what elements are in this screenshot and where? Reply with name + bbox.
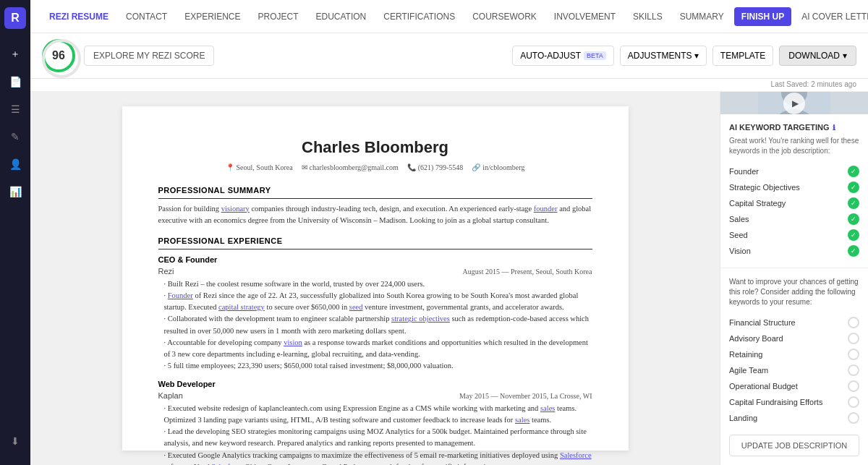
suggest-row-landing: Landing xyxy=(729,410,859,426)
sidebar-icon-add[interactable]: ＋ xyxy=(4,43,26,65)
sidebar-icon-list[interactable]: ☰ xyxy=(4,98,26,120)
ai-subtitle: Great work! You're ranking well for thes… xyxy=(729,136,859,156)
adjustments-button[interactable]: ADJUSTMENTS ▾ xyxy=(620,46,707,66)
vision-link[interactable]: vision xyxy=(284,338,302,346)
job1-bullet1: · Built Rezi – the coolest resume softwa… xyxy=(164,278,592,290)
nav-experience[interactable]: EXPERIENCE xyxy=(177,7,247,26)
job2-bullet2: · Lead the developing SEO strategies mon… xyxy=(164,426,592,450)
keyword-row-capital: Capital Strategy ✓ xyxy=(729,195,859,211)
suggest-circle-landing xyxy=(848,412,859,424)
experience-section-title: PROFESSIONAL EXPERIENCE xyxy=(158,235,592,249)
job1-bullet3: · Collaborated with the development team… xyxy=(164,313,592,337)
job-dates-1: August 2015 — Present, Seoul, South Kore… xyxy=(463,266,592,277)
keyword-check-sales: ✓ xyxy=(848,213,859,225)
saved-row: Last Saved: 2 minutes ago xyxy=(30,79,868,92)
summary-section-title: PROFESSIONAL SUMMARY xyxy=(158,184,592,199)
sales-link1[interactable]: sales xyxy=(540,404,555,412)
suggest-label-advisory: Advisory Board xyxy=(729,334,783,343)
chevron-down-icon: ▾ xyxy=(694,51,699,61)
nav-summary[interactable]: SUMMARY xyxy=(673,7,731,26)
suggest-row-retaining: Retaining xyxy=(729,346,859,362)
seed-link[interactable]: seed xyxy=(349,303,363,311)
job-company-2: Kaplan xyxy=(158,390,183,402)
job2-bullet3: · Executed Google Analytics tracking cam… xyxy=(164,450,592,465)
score-value: 96 xyxy=(52,49,65,62)
suggest-label-agile: Agile Team xyxy=(729,366,768,375)
sidebar-icon-user[interactable]: 👤 xyxy=(4,153,26,175)
nav-skills[interactable]: SKILLS xyxy=(626,7,670,26)
visionary-link[interactable]: visionary xyxy=(221,205,250,213)
keyword-check-strategic: ✓ xyxy=(848,182,859,193)
suggest-circle-retaining xyxy=(848,349,859,360)
suggest-label-landing: Landing xyxy=(729,414,757,422)
contact-phone: 📞 (621) 799-5548 xyxy=(407,162,464,173)
salesforce-link1[interactable]: Salesforce xyxy=(560,451,592,459)
suggest-circle-advisory xyxy=(848,333,859,344)
toolbar: 96 EXPLORE MY REZI SCORE AUTO-ADJUST BET… xyxy=(30,33,868,79)
download-button[interactable]: DOWNLOAD ▾ xyxy=(779,46,856,66)
suggest-circle-capital-fundraising xyxy=(848,396,859,408)
ai-title-text: AI KEYWORD TARGETING xyxy=(729,123,830,132)
contact-location: 📍 Seoul, South Korea xyxy=(226,162,293,173)
founder-link[interactable]: founder xyxy=(534,205,558,213)
job-title-1: CEO & Founder xyxy=(158,254,592,266)
resume-paper: Charles Bloomberg 📍 Seoul, South Korea ✉… xyxy=(122,106,629,451)
nav-contact[interactable]: CONTACT xyxy=(119,7,174,26)
founder-link2[interactable]: Founder xyxy=(168,291,193,299)
job-company-1: Rezi xyxy=(158,265,174,278)
job-header-2: Kaplan May 2015 — November 2015, La Cros… xyxy=(158,390,592,402)
sidebar-icon-chart[interactable]: 📊 xyxy=(4,181,26,202)
job1-bullet2: · Founder of Rezi since the age of 22. A… xyxy=(164,290,592,314)
keyword-label-seed: Seed xyxy=(729,231,748,239)
keyword-label-strategic: Strategic Objectives xyxy=(729,183,800,192)
play-triangle: ▶ xyxy=(792,98,799,108)
suggest-label-retaining: Retaining xyxy=(729,350,762,359)
nav-finish-up[interactable]: FINISH UP xyxy=(734,7,791,26)
sidebar-icon-edit[interactable]: ✎ xyxy=(4,126,26,148)
sidebar-icon-doc[interactable]: 📄 xyxy=(4,71,26,93)
download-label: DOWNLOAD xyxy=(788,51,840,61)
suggest-label-operational: Operational Budget xyxy=(729,382,798,391)
suggest-row-operational: Operational Budget xyxy=(729,378,859,394)
sidebar-icon-bottom[interactable]: ⬇ xyxy=(4,430,26,452)
sales-link2[interactable]: sales xyxy=(515,416,529,424)
nav-education[interactable]: EDUCATION xyxy=(309,7,374,26)
job1-bullet5: · 5 full time employees; 223,390 users; … xyxy=(164,360,592,372)
keyword-row-vision: Vision ✓ xyxy=(729,243,859,259)
ai-title: AI KEYWORD TARGETING ℹ xyxy=(729,123,859,132)
sidebar-logo[interactable]: R xyxy=(4,7,26,29)
main-content: REZI RESUME CONTACT EXPERIENCE PROJECT E… xyxy=(30,0,868,465)
explore-score-button[interactable]: EXPLORE MY REZI SCORE xyxy=(84,46,214,66)
suggest-text: Want to improve your chances of getting … xyxy=(729,277,859,307)
saved-text: Last Saved: 2 minutes ago xyxy=(771,80,856,88)
resume-contact: 📍 Seoul, South Korea ✉ charlesbloomberg@… xyxy=(158,162,592,173)
keyword-check-founder: ✓ xyxy=(848,166,859,177)
strategic-obj-link[interactable]: strategic objectives xyxy=(391,315,450,323)
chevron-down-icon-download: ▾ xyxy=(843,51,847,61)
keyword-label-vision: Vision xyxy=(729,247,751,255)
nav-project[interactable]: PROJECT xyxy=(250,7,305,26)
nav-ai-cover-letter[interactable]: AI COVER LETTER xyxy=(794,7,868,26)
update-jd-button[interactable]: UPDATE JOB DESCRIPTION xyxy=(729,435,859,456)
play-icon[interactable]: ▶ xyxy=(783,93,805,114)
contact-linkedin: 🔗 in/cbloomberg xyxy=(472,162,524,173)
capital-strategy-link[interactable]: capital strategy xyxy=(218,303,265,311)
nav-rezi-resume[interactable]: REZI RESUME xyxy=(42,7,116,26)
auto-adjust-button[interactable]: AUTO-ADJUST BETA xyxy=(512,46,614,66)
sidebar: R ＋ 📄 ☰ ✎ 👤 📊 ⬇ xyxy=(0,0,30,465)
nav-coursework[interactable]: COURSEWORK xyxy=(465,7,544,26)
suggest-row-capital-fundraising: Capital Fundraising Efforts xyxy=(729,394,859,410)
job-header-1: Rezi August 2015 — Present, Seoul, South… xyxy=(158,265,592,278)
nav-involvement[interactable]: INVOLVEMENT xyxy=(547,7,623,26)
keyword-label-founder: Founder xyxy=(729,167,759,176)
ai-keyword-section: AI KEYWORD TARGETING ℹ Great work! You'r… xyxy=(720,114,868,268)
suggest-section: Want to improve your chances of getting … xyxy=(720,268,868,435)
info-icon[interactable]: ℹ xyxy=(833,124,835,132)
suggest-row-advisory: Advisory Board xyxy=(729,330,859,346)
nav-certifications[interactable]: CERTIFICATIONS xyxy=(376,7,462,26)
right-panel: ▶ AI KEYWORD TARGETING ℹ Great work! You… xyxy=(720,92,868,465)
keyword-row-sales: Sales ✓ xyxy=(729,211,859,227)
template-button[interactable]: TEMPLATE xyxy=(712,46,773,66)
keyword-row-strategic: Strategic Objectives ✓ xyxy=(729,179,859,195)
keyword-row-seed: Seed ✓ xyxy=(729,227,859,243)
